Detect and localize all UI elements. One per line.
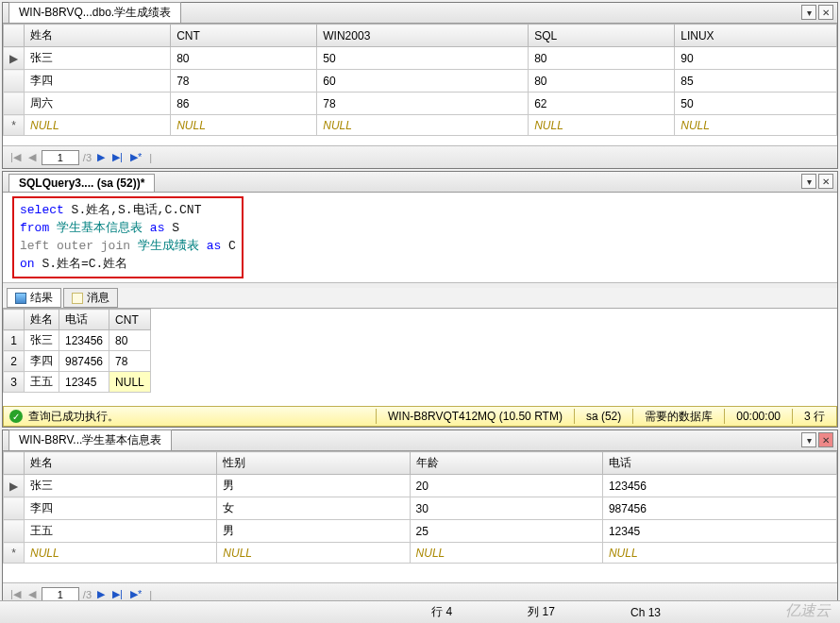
grid-pane-2: WIN-B8RV...学生基本信息表 ▾ ✕ 姓名 性别 年龄 电话 ▶张三男2…	[2, 429, 838, 606]
nav-last-icon[interactable]: ▶|	[110, 588, 125, 600]
nav-bar-1: |◀ ◀ /3 ▶ ▶| ▶* |	[3, 145, 837, 168]
results-corner	[4, 310, 25, 330]
col-header[interactable]: 电话	[59, 310, 109, 330]
tab-bar-1: WIN-B8RVQ...dbo.学生成绩表 ▾ ✕	[3, 3, 837, 24]
table-row[interactable]: 周六86786250	[4, 93, 837, 115]
sql-pane: SQLQuery3.... (sa (52))* ▾ ✕ select S.姓名…	[2, 171, 838, 428]
nav-last-icon[interactable]: ▶|	[110, 151, 125, 163]
nav-divider: |	[147, 152, 154, 163]
sql-highlight-box: select S.姓名,S.电话,C.CNT from 学生基本信息表 as S…	[12, 196, 244, 278]
grid2-corner	[4, 452, 25, 475]
results-area: 姓名 电话 CNT 1张三12345680 2李四98745678 3王五123…	[3, 309, 837, 393]
col-header[interactable]: 电话	[602, 452, 836, 475]
nav-first-icon[interactable]: |◀	[8, 151, 23, 163]
nav-prev-icon[interactable]: ◀	[26, 588, 38, 600]
nav-next-icon[interactable]: ▶	[95, 588, 107, 600]
nav-new-icon[interactable]: ▶*	[128, 588, 143, 600]
tab-bar-2: WIN-B8RV...学生基本信息表 ▾ ✕	[3, 430, 837, 451]
grid-icon	[15, 293, 26, 304]
success-check-icon: ✓	[9, 410, 23, 423]
table-row[interactable]: 李四78608085	[4, 70, 837, 93]
status-user: sa (52)	[580, 410, 627, 423]
col-header[interactable]: CNT	[109, 310, 151, 330]
table-row[interactable]: 2李四98745678	[4, 351, 151, 372]
status-ch: Ch 13	[612, 606, 680, 619]
pin-icon[interactable]: ▾	[801, 174, 816, 189]
grid1-table[interactable]: 姓名 CNT WIN2003 SQL LINUX ▶张三80508090 李四7…	[3, 24, 837, 136]
new-row[interactable]: *NULLNULLNULLNULLNULL	[4, 115, 837, 136]
status-rows: 3 行	[798, 409, 831, 425]
tab-sql[interactable]: SQLQuery3.... (sa (52))*	[8, 174, 155, 192]
results-tab-bar: 结果 消息	[3, 288, 837, 309]
new-row[interactable]: *NULLNULLNULLNULL	[4, 543, 837, 564]
nav-page-input[interactable]	[42, 150, 79, 165]
success-label: 查询已成功执行。	[28, 409, 119, 425]
grid1-area: 姓名 CNT WIN2003 SQL LINUX ▶张三80508090 李四7…	[3, 24, 837, 136]
nav-first-icon[interactable]: |◀	[8, 588, 23, 600]
table-row[interactable]: 3王五12345NULL	[4, 372, 151, 393]
nav-divider: |	[147, 589, 154, 600]
table-row[interactable]: 李四女30987456	[4, 497, 837, 520]
col-header[interactable]: 姓名	[25, 310, 59, 330]
grid-pane-1: WIN-B8RVQ...dbo.学生成绩表 ▾ ✕ 姓名 CNT WIN2003…	[2, 2, 838, 169]
table-row[interactable]: ▶张三男20123456	[4, 475, 837, 497]
nav-next-icon[interactable]: ▶	[95, 151, 107, 163]
tab-grid2[interactable]: WIN-B8RV...学生基本信息表	[8, 429, 172, 450]
table-row[interactable]: 1张三12345680	[4, 330, 151, 351]
nav-new-icon[interactable]: ▶*	[128, 151, 143, 163]
table-row[interactable]: 王五男2512345	[4, 520, 837, 543]
pin-icon[interactable]: ▾	[801, 5, 816, 20]
status-line: 行 4	[412, 604, 471, 620]
col-header[interactable]: 性别	[217, 452, 410, 475]
results-table[interactable]: 姓名 电话 CNT 1张三12345680 2李四98745678 3王五123…	[3, 309, 151, 393]
nav-total-label: /3	[83, 589, 92, 600]
status-db: 需要的数据库	[639, 409, 718, 425]
tab-messages[interactable]: 消息	[63, 288, 118, 308]
col-header[interactable]: WIN2003	[317, 25, 529, 47]
watermark-label: 亿速云	[785, 601, 831, 621]
message-icon	[72, 293, 83, 304]
col-header[interactable]: 年龄	[410, 452, 602, 475]
table-row[interactable]: ▶张三80508090	[4, 47, 837, 70]
tab-grid1[interactable]: WIN-B8RVQ...dbo.学生成绩表	[8, 2, 181, 23]
nav-prev-icon[interactable]: ◀	[26, 151, 38, 163]
tab-results[interactable]: 结果	[7, 288, 61, 308]
close-icon[interactable]: ✕	[818, 5, 833, 20]
col-header[interactable]: CNT	[171, 25, 317, 47]
col-header[interactable]: SQL	[529, 25, 675, 47]
col-header[interactable]: LINUX	[675, 25, 837, 47]
close-icon[interactable]: ✕	[818, 174, 833, 189]
grid2-area: 姓名 性别 年龄 电话 ▶张三男20123456 李四女30987456 王五男…	[3, 451, 837, 564]
status-server: WIN-B8RVQT412MQ (10.50 RTM)	[382, 410, 568, 423]
query-status-bar: ✓ 查询已成功执行。 WIN-B8RVQT412MQ (10.50 RTM) s…	[3, 406, 837, 427]
grid2-table[interactable]: 姓名 性别 年龄 电话 ▶张三男20123456 李四女30987456 王五男…	[3, 451, 837, 564]
col-header[interactable]: 姓名	[25, 452, 217, 475]
status-time: 00:00:00	[731, 410, 786, 423]
pin-icon[interactable]: ▾	[801, 432, 816, 447]
col-header[interactable]: 姓名	[25, 25, 171, 47]
close-icon[interactable]: ✕	[818, 432, 833, 447]
grid1-corner	[4, 25, 25, 47]
sql-editor-area[interactable]: select S.姓名,S.电话,C.CNT from 学生基本信息表 as S…	[3, 193, 837, 282]
tab-bar-sql: SQLQuery3.... (sa (52))* ▾ ✕	[3, 172, 837, 193]
nav-total-label: /3	[83, 152, 92, 163]
status-col: 列 17	[509, 604, 574, 620]
editor-status-bar: 行 4 列 17 Ch 13	[0, 600, 840, 623]
